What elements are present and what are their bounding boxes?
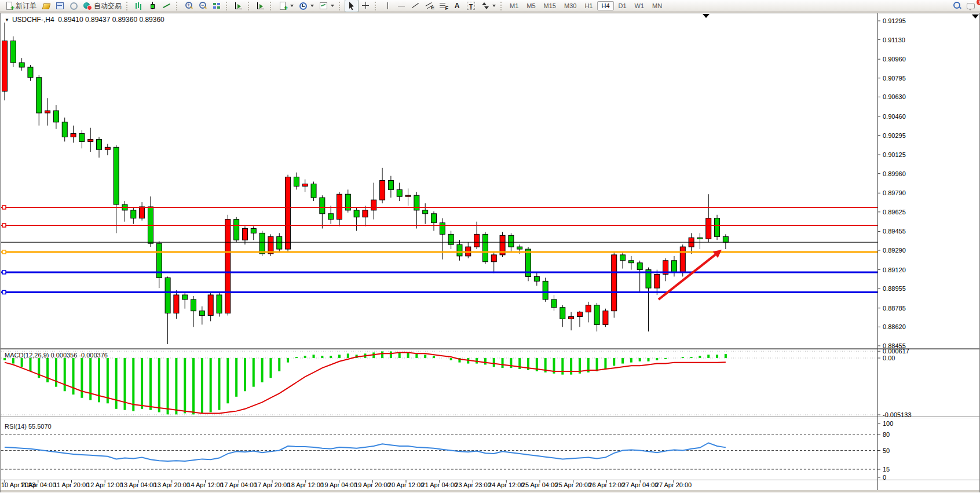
timeframe-W1[interactable]: W1 — [631, 2, 648, 10]
auto-trading-button[interactable]: 自动交易 — [81, 0, 124, 12]
main-toolbar: 新订单 自动交易 + − E F A T M1M5M15M30H1H4D1W1M… — [0, 0, 980, 12]
auto-trading-label: 自动交易 — [94, 1, 122, 11]
price-axis-label: 0.89960 — [883, 170, 906, 177]
price-axis-label: 0.89120 — [883, 266, 906, 273]
auto-scroll-button[interactable] — [232, 0, 246, 12]
price-axis-label: 0.89625 — [883, 209, 906, 216]
templates-dropdown[interactable] — [316, 0, 337, 12]
price-axis-label: 0.88785 — [883, 305, 906, 312]
candle — [62, 122, 67, 137]
new-chart-dropdown[interactable] — [276, 0, 296, 12]
candle — [491, 255, 496, 262]
text-icon: A — [452, 1, 462, 10]
line-chart-button[interactable] — [160, 0, 174, 12]
candle — [131, 210, 136, 218]
time-axis-label: 25 Apr 04:00 — [522, 481, 558, 488]
candle — [440, 223, 445, 235]
timeframe-MN[interactable]: MN — [649, 2, 665, 10]
candle — [2, 41, 8, 92]
zoom-out-icon: − — [198, 1, 207, 10]
line-handle[interactable] — [2, 224, 6, 227]
candle — [97, 139, 102, 149]
timeframe-M1[interactable]: M1 — [506, 2, 522, 10]
data-window-button[interactable] — [53, 0, 67, 12]
navigator-button[interactable] — [67, 0, 81, 12]
candle — [697, 238, 703, 239]
chart-window: 0.912950.911300.909600.907950.906300.904… — [0, 13, 980, 493]
fibonacci-button[interactable]: F — [436, 0, 450, 12]
tile-windows-button[interactable] — [210, 0, 224, 12]
chart-dropdown-icon[interactable]: ▼ — [5, 17, 9, 23]
trendline-button[interactable] — [408, 0, 422, 12]
time-axis-label: 19 Apr 20:00 — [354, 481, 390, 488]
search-button[interactable] — [950, 0, 964, 12]
candle — [388, 181, 393, 190]
candle — [432, 214, 437, 223]
new-order-button[interactable]: 新订单 — [2, 0, 39, 12]
candles-chart-button[interactable] — [146, 0, 160, 12]
time-axis-label: 27 Apr 20:00 — [656, 481, 692, 488]
new-order-icon — [5, 1, 14, 10]
candle — [88, 139, 93, 141]
notification-badge: 1 — [977, 0, 980, 5]
toolbar-separator — [176, 2, 180, 10]
chat-button[interactable]: 1 — [964, 0, 978, 12]
timeframe-group: M1M5M15M30H1H4D1W1MN — [506, 1, 665, 10]
timeframe-H4[interactable]: H4 — [597, 1, 613, 10]
zoom-in-button[interactable]: + — [182, 0, 196, 12]
arrows-dropdown[interactable] — [478, 0, 498, 12]
text-button[interactable]: A — [450, 0, 464, 12]
line-handle[interactable] — [2, 250, 6, 254]
candle — [10, 41, 16, 63]
chart-shift-icon — [256, 1, 265, 10]
timeframe-M5[interactable]: M5 — [523, 2, 539, 10]
timeframe-D1[interactable]: D1 — [615, 2, 630, 10]
zoom-out-button[interactable]: − — [196, 0, 210, 12]
time-axis-label: 20 Apr 12:00 — [388, 481, 424, 488]
crosshair-button[interactable] — [359, 0, 372, 12]
candle — [28, 67, 33, 78]
horizontal-line-icon — [397, 1, 406, 10]
candle — [423, 210, 428, 214]
candle — [251, 228, 256, 233]
time-axis-label: 23 Apr 23:00 — [455, 481, 491, 488]
candle — [225, 220, 231, 313]
price-axis-label: 0.89790 — [883, 189, 906, 196]
chart-title: ▼USDCHF-,H4 0.89410 0.89437 0.89360 0.89… — [5, 16, 164, 24]
text-label-button[interactable]: T — [464, 0, 478, 12]
candle — [543, 281, 548, 300]
time-axis-label: 19 Apr 04:00 — [321, 481, 357, 488]
timeframe-H1[interactable]: H1 — [581, 2, 596, 10]
chart-shift-button[interactable] — [254, 0, 268, 12]
candle — [53, 111, 58, 122]
line-handle[interactable] — [2, 271, 6, 274]
candle — [165, 277, 170, 313]
candle — [405, 195, 411, 196]
timeframe-M15[interactable]: M15 — [540, 2, 560, 10]
bars-chart-button[interactable] — [132, 0, 146, 12]
candle — [474, 234, 480, 247]
candle — [174, 295, 179, 313]
fibonacci-icon: F — [438, 1, 448, 10]
candle — [448, 234, 454, 244]
timeframe-M30[interactable]: M30 — [561, 2, 580, 10]
candle — [286, 177, 291, 249]
horizontal-line-button[interactable] — [394, 0, 408, 12]
time-axis-label: 11 Apr 20:00 — [54, 481, 90, 488]
rsi-indicator-label: RSI(14) 55.5070 — [5, 423, 52, 430]
vertical-line-button[interactable] — [381, 0, 394, 12]
candle — [259, 233, 265, 254]
rsi-axis-label: 80 — [883, 431, 890, 438]
chat-icon — [966, 1, 975, 10]
toolbar-separator — [126, 2, 130, 10]
candle — [414, 195, 419, 210]
candle — [706, 218, 711, 239]
equidistant-channel-button[interactable]: E — [422, 0, 436, 12]
line-handle[interactable] — [2, 206, 6, 209]
periods-dropdown[interactable] — [296, 0, 316, 12]
line-handle[interactable] — [2, 290, 6, 294]
cursor-button[interactable] — [345, 0, 359, 12]
market-watch-button[interactable] — [39, 0, 53, 12]
time-axis-label: 18 Apr 12:00 — [288, 481, 324, 488]
candle — [320, 198, 325, 214]
